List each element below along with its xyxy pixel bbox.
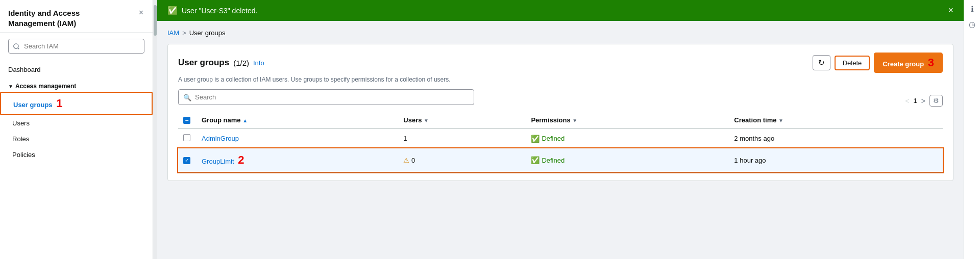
panel-title-row: User groups (1/2) Info <box>178 58 264 68</box>
panel-search-wrap: 🔍 <box>178 89 474 105</box>
table-row: ✓ GroupLimit 2 ⚠ 0 ✅ <box>178 148 943 172</box>
pagination-settings-button[interactable]: ⚙ <box>929 95 943 107</box>
row2-checkbox[interactable]: ✓ <box>183 157 190 164</box>
user-groups-table: − Group name ▲ Users ▼ Permissions ▼ <box>178 112 943 172</box>
sort-icon-creation-time[interactable]: ▼ <box>778 118 783 123</box>
delete-button[interactable]: Delete <box>835 56 870 70</box>
sidebar: Identity and Access Management (IAM) × D… <box>0 0 153 259</box>
row2-status-defined: ✅ Defined <box>531 156 724 164</box>
row1-permissions-cell: ✅ Defined <box>526 128 729 148</box>
pagination-prev-button[interactable]: < <box>904 97 910 105</box>
refresh-button[interactable]: ↻ <box>813 55 830 70</box>
pagination: < 1 > ⚙ <box>904 95 943 107</box>
row2-permissions-cell: ✅ Defined <box>526 148 729 172</box>
panel-description: A user group is a collection of IAM user… <box>178 76 943 83</box>
sidebar-search-wrap <box>0 33 153 60</box>
row2-group-name-cell: GroupLimit 2 <box>197 148 398 172</box>
user-groups-panel: User groups (1/2) Info ↻ Delete Create g… <box>167 44 953 181</box>
row1-checkbox-cell <box>178 128 197 148</box>
sort-icon-permissions[interactable]: ▼ <box>572 118 577 123</box>
search-input[interactable] <box>8 39 144 54</box>
row1-group-name-cell: AdminGroup <box>197 128 398 148</box>
sidebar-close-button[interactable]: × <box>138 8 144 17</box>
row2-check-icon: ✅ <box>531 156 540 164</box>
sidebar-item-policies[interactable]: Policies <box>0 147 153 163</box>
panel-count: (1/2) <box>233 59 249 67</box>
sidebar-item-roles[interactable]: Roles <box>0 131 153 147</box>
header-checkbox-minus[interactable]: − <box>183 117 190 124</box>
sidebar-section-access-management: ▼ Access management <box>0 77 153 92</box>
banner-left: ✅ User "User-S3" deleted. <box>167 6 257 15</box>
th-permissions: Permissions ▼ <box>526 112 729 128</box>
success-banner: ✅ User "User-S3" deleted. × <box>157 0 964 21</box>
table-row: AdminGroup 1 ✅ Defined 2 months <box>178 128 943 148</box>
success-icon: ✅ <box>167 6 178 15</box>
pagination-next-button[interactable]: > <box>920 97 926 105</box>
right-panel: ℹ ◷ <box>964 0 980 259</box>
panel-title: User groups <box>178 58 229 68</box>
row2-users-cell: ⚠ 0 <box>398 148 526 172</box>
table-header-row: − Group name ▲ Users ▼ Permissions ▼ <box>178 112 943 128</box>
row2-checkbox-cell: ✓ <box>178 148 197 172</box>
main-content: ✅ User "User-S3" deleted. × IAM > User g… <box>157 0 964 259</box>
row1-users-cell: 1 <box>398 128 526 148</box>
annotation-2: 2 <box>238 153 244 166</box>
content-area: IAM > User groups User groups (1/2) Info… <box>157 21 964 259</box>
history-icon-button[interactable]: ◷ <box>965 17 979 32</box>
sidebar-item-users[interactable]: Users <box>0 115 153 131</box>
annotation-3: 3 <box>928 56 934 69</box>
info-link[interactable]: Info <box>253 59 264 67</box>
search-pagination-row: 🔍 < 1 > ⚙ <box>178 89 943 112</box>
sort-icon-group-name[interactable]: ▲ <box>242 118 248 123</box>
th-users: Users ▼ <box>398 112 526 128</box>
sidebar-title: Identity and Access Management (IAM) <box>8 8 80 28</box>
banner-close-button[interactable]: × <box>948 5 953 16</box>
breadcrumb: IAM > User groups <box>167 29 953 37</box>
row1-status-defined: ✅ Defined <box>531 135 724 143</box>
row1-checkbox[interactable] <box>183 134 190 141</box>
row1-group-name-link[interactable]: AdminGroup <box>202 135 239 142</box>
scrollbar-thumb <box>154 5 157 36</box>
sidebar-item-dashboard[interactable]: Dashboard <box>0 62 153 77</box>
sidebar-header: Identity and Access Management (IAM) × <box>0 0 153 33</box>
create-group-button[interactable]: Create group 3 <box>874 53 943 73</box>
pagination-page-number: 1 <box>914 97 917 105</box>
banner-message: User "User-S3" deleted. <box>182 7 257 15</box>
panel-search-icon: 🔍 <box>183 93 191 101</box>
panel-search-input[interactable] <box>178 89 474 105</box>
info-icon-button[interactable]: ℹ <box>965 2 979 16</box>
panel-header: User groups (1/2) Info ↻ Delete Create g… <box>178 53 943 73</box>
sort-icon-users[interactable]: ▼ <box>424 118 429 123</box>
row2-warn-icon: ⚠ <box>403 157 409 164</box>
sidebar-item-user-groups[interactable]: User groups 1 <box>0 92 153 115</box>
th-group-name: Group name ▲ <box>197 112 398 128</box>
row1-creation-time-cell: 2 months ago <box>729 128 943 148</box>
sidebar-nav: Dashboard ▼ Access management User group… <box>0 60 153 165</box>
row2-group-name-link[interactable]: GroupLimit <box>202 158 234 165</box>
annotation-1: 1 <box>56 97 62 110</box>
th-creation-time: Creation time ▼ <box>729 112 943 128</box>
breadcrumb-separator: > <box>182 29 186 37</box>
row2-creation-time-cell: 1 hour ago <box>729 148 943 172</box>
th-checkbox: − <box>178 112 197 128</box>
breadcrumb-iam-link[interactable]: IAM <box>167 29 179 37</box>
chevron-down-icon: ▼ <box>8 84 13 89</box>
scrollbar-strip[interactable] <box>153 0 157 259</box>
breadcrumb-current: User groups <box>189 29 226 37</box>
panel-actions: ↻ Delete Create group 3 <box>813 53 943 73</box>
row1-check-icon: ✅ <box>531 135 540 143</box>
